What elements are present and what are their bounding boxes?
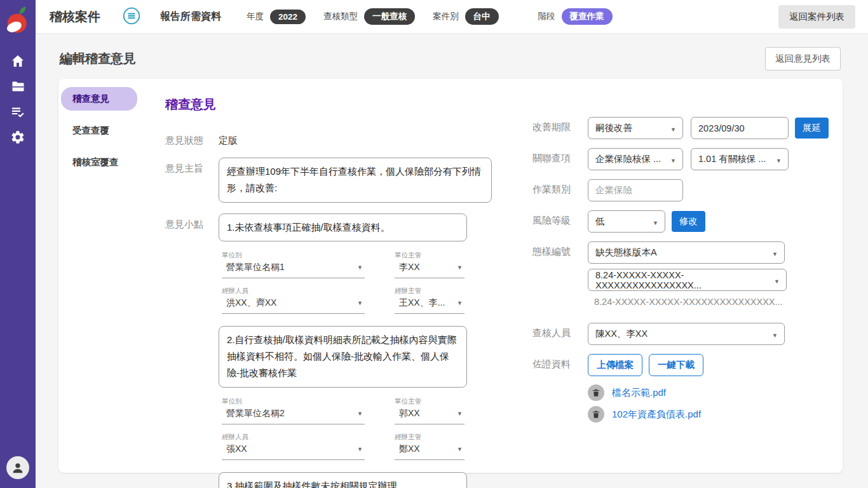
file-row: 102年資產負債表.pdf <box>588 406 703 423</box>
sidebar <box>0 0 36 488</box>
category-input[interactable]: 企業保險 <box>588 179 683 201</box>
tab-inspection-opinion[interactable]: 稽查意見 <box>61 87 137 111</box>
tasks-icon <box>10 104 25 119</box>
chevron-down-icon <box>667 154 676 165</box>
year-badge: 2022 <box>270 10 306 24</box>
user-avatar[interactable] <box>6 456 29 479</box>
deadline-row: 改善期限 嗣後改善 2023/09/30 展延 <box>532 117 843 139</box>
handler-manager-select-2[interactable]: 經辦主管 鄭XX <box>395 433 465 460</box>
audit-type-badge: 一般查核 <box>364 8 415 25</box>
delete-file-button[interactable] <box>588 384 604 401</box>
page-head: 編輯稽查意見 返回意見列表 <box>36 34 868 79</box>
handler-select-2[interactable]: 經辦人員 張XX <box>222 433 365 460</box>
chevron-down-icon <box>457 407 463 418</box>
pattern-code-hint: 8.24-XXXXX-XXXXX-XXXXXXXXXXXXXXX... <box>594 297 787 307</box>
point-2-textarea[interactable]: 2.自行查核抽/取樣資料明細表所記載之抽樣內容與實際抽樣資料不相符。如個人保險-… <box>219 326 467 388</box>
chevron-down-icon <box>457 296 463 308</box>
auditors-select[interactable]: 陳XX、李XX <box>588 323 785 345</box>
related-item-select[interactable]: 企業保險核保 ... <box>588 148 683 170</box>
section-title: 稽查意見 <box>165 96 532 113</box>
stage-badge: 覆查作業 <box>562 8 613 25</box>
file-row: 檔名示範.pdf <box>588 384 703 401</box>
card-content: 稽查意見 意見狀態 定版 意見主旨 經查辦理109年下半年自行查核作業，個人保險… <box>165 87 843 460</box>
meta-year: 年度 2022 <box>247 10 306 24</box>
handler-select-1[interactable]: 經辦人員 洪XX、齊XX <box>222 287 365 314</box>
trash-icon <box>592 388 600 397</box>
sidebar-item-cases[interactable] <box>5 74 31 99</box>
chevron-down-icon <box>772 154 782 165</box>
chevron-down-icon <box>357 407 363 418</box>
meta-case-type: 案件別 台中 <box>433 8 499 25</box>
chevron-down-icon <box>457 261 463 272</box>
point-2-row: 2.自行查核抽/取樣資料明細表所記載之抽樣內容與實際抽樣資料不相符。如個人保險-… <box>165 326 532 388</box>
chevron-down-icon <box>768 248 778 258</box>
chevron-down-icon <box>649 217 658 227</box>
topbar: 稽核案件 報告所需資料 年度 2022 查核類型 一般查核 <box>36 0 868 34</box>
pattern-version-select[interactable]: 缺失態樣版本A <box>588 241 785 264</box>
point-3-row: 3.抽樣範圍及抽樣件數未按相關規定辦理 <box>165 472 532 488</box>
unit-type-select-1[interactable]: 單位別 營業單位名稱1 <box>222 251 365 278</box>
file-link[interactable]: 102年資產負債表.pdf <box>612 409 701 421</box>
app-logo[interactable] <box>5 5 31 32</box>
sidebar-item-home[interactable] <box>5 48 31 74</box>
extend-deadline-button[interactable]: 展延 <box>795 118 829 139</box>
auditors-row: 查核人員 陳XX、李XX <box>532 323 843 345</box>
chevron-down-icon <box>357 261 363 272</box>
page-title: 編輯稽查意見 <box>60 50 136 67</box>
sidebar-item-settings[interactable] <box>5 125 31 150</box>
home-icon <box>10 53 25 69</box>
related-subitem-select[interactable]: 1.01 有關核保 ... <box>691 148 789 170</box>
card-tabs: 稽查意見 受查查覆 稽核室覆查 <box>61 87 165 460</box>
deadline-type-select[interactable]: 嗣後改善 <box>588 117 683 139</box>
tab-audit-office-review[interactable]: 稽核室覆查 <box>61 151 165 174</box>
point-1-textarea[interactable]: 1.未依查核事項正確抽/取樣查核資料。 <box>219 214 467 241</box>
submenu-report-data[interactable]: 報告所需資料 <box>160 10 221 24</box>
download-all-button[interactable]: 一鍵下載 <box>649 354 703 376</box>
tab-auditee-reply[interactable]: 受查查覆 <box>61 119 165 142</box>
gear-icon <box>10 130 25 145</box>
point-1-row: 意見小點 1.未依查核事項正確抽/取樣查核資料。 <box>165 214 532 241</box>
chevron-down-icon <box>457 442 463 454</box>
pattern-code-select[interactable]: 8.24-XXXXX-XXXXX-XXXXXXXXXXXXXXXX... <box>588 269 787 291</box>
delete-file-button[interactable] <box>588 406 604 423</box>
point-3-textarea[interactable]: 3.抽樣範圍及抽樣件數未按相關規定辦理 <box>219 472 467 488</box>
back-to-opinion-list-button[interactable]: 返回意見列表 <box>765 47 841 71</box>
upload-file-button[interactable]: 上傳檔案 <box>588 354 642 376</box>
subject-row: 意見主旨 經查辦理109年下半年自行查核作業，個人保險部分有下列情形，請改善: <box>165 158 532 203</box>
person-icon <box>11 461 25 475</box>
unit-type-select-2[interactable]: 單位別 營業單位名稱2 <box>222 397 365 424</box>
edit-risk-button[interactable]: 修改 <box>672 211 705 232</box>
chevron-down-icon <box>357 442 363 454</box>
pattern-row: 態樣編號 缺失態樣版本A 8.24-XXXXX-XXXXX-XXXXXXXXXX… <box>532 241 843 318</box>
risk-level-select[interactable]: 低 <box>588 210 665 233</box>
meta-stage: 階段 覆查作業 <box>538 8 613 25</box>
chevron-down-icon <box>667 123 676 133</box>
risk-row: 風險等級 低 修改 <box>532 210 843 233</box>
point-1-unit-fields: 單位別 營業單位名稱1 單位主管 李XX 經辦人員 洪XX、齊XX <box>222 251 532 314</box>
subject-textarea[interactable]: 經查辦理109年下半年自行查核作業，個人保險部分有下列情形，請改善: <box>219 158 492 203</box>
hamburger-menu-icon <box>123 7 140 25</box>
sidebar-item-audit-list[interactable] <box>5 99 31 125</box>
status-row: 意見狀態 定版 <box>165 130 532 147</box>
evidence-row: 佐證資料 上傳檔案 一鍵下載 <box>532 354 843 428</box>
unit-manager-select-1[interactable]: 單位主管 李XX <box>395 251 465 278</box>
chevron-down-icon <box>770 275 780 285</box>
status-value: 定版 <box>219 130 238 147</box>
chevron-down-icon <box>357 296 363 308</box>
app-root: 稽核案件 報告所需資料 年度 2022 查核類型 一般查核 <box>0 0 868 488</box>
file-link[interactable]: 檔名示範.pdf <box>612 387 666 399</box>
back-to-case-list-button[interactable]: 返回案件列表 <box>778 5 855 29</box>
hamburger-menu-button[interactable] <box>122 7 141 26</box>
related-item-row: 關聯查項 企業保險核保 ... 1.01 有關核保 ... <box>532 148 843 170</box>
opinion-card: 稽查意見 受查查覆 稽核室覆查 稽查意見 意見狀態 定版 意見主旨 經查辦理10… <box>58 79 843 473</box>
opinion-form: 稽查意見 意見狀態 定版 意見主旨 經查辦理109年下半年自行查核作業，個人保險… <box>165 96 532 460</box>
category-row: 作業類別 企業保險 <box>532 179 843 201</box>
unit-manager-select-2[interactable]: 單位主管 郭XX <box>395 397 465 424</box>
meta-audit-type: 查核類型 一般查核 <box>323 8 415 25</box>
chevron-down-icon <box>768 329 778 339</box>
opinion-details: 改善期限 嗣後改善 2023/09/30 展延 <box>532 96 843 460</box>
trash-icon <box>592 410 600 419</box>
deadline-date-input[interactable]: 2023/09/30 <box>691 117 789 139</box>
tomato-logo-icon <box>5 5 31 36</box>
handler-manager-select-1[interactable]: 經辦主管 王XX、李... <box>395 287 465 314</box>
